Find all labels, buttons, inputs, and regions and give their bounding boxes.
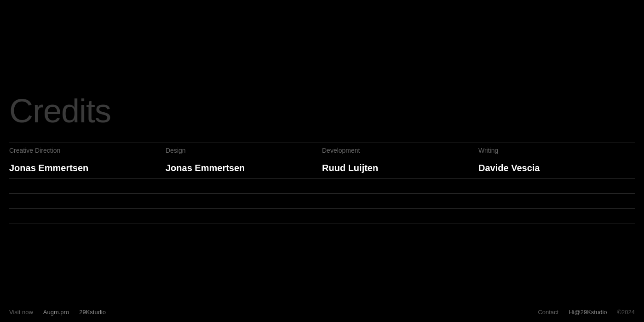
name-creative-direction: Jonas Emmertsen	[9, 158, 166, 178]
contact-link[interactable]: Hi@29Kstudio	[569, 309, 607, 316]
main-content: Credits Creative Direction Design Develo…	[0, 92, 644, 224]
credits-table: Creative Direction Design Development Wr…	[9, 143, 635, 224]
footer: Visit now Augm.pro 29Kstudio Contact Hi@…	[0, 309, 644, 322]
credits-name-row: Jonas Emmertsen Jonas Emmertsen Ruud Lui…	[9, 158, 635, 178]
page-wrapper: Credits Creative Direction Design Develo…	[0, 0, 644, 322]
header-design: Design	[166, 143, 322, 158]
empty-row-1	[9, 178, 635, 194]
contact-label: Contact	[538, 309, 558, 316]
header-writing: Writing	[478, 143, 635, 158]
name-writing: Davide Vescia	[478, 158, 635, 178]
name-development: Ruud Luijten	[322, 158, 478, 178]
empty-row-3	[9, 209, 635, 224]
footer-link-augm[interactable]: Augm.pro	[43, 309, 69, 316]
empty-row-2	[9, 194, 635, 209]
name-design: Jonas Emmertsen	[166, 158, 322, 178]
page-title: Credits	[9, 92, 635, 130]
credits-header-row: Creative Direction Design Development Wr…	[9, 143, 635, 158]
footer-left: Visit now Augm.pro 29Kstudio	[9, 309, 106, 316]
header-development: Development	[322, 143, 478, 158]
footer-link-29k[interactable]: 29Kstudio	[79, 309, 106, 316]
footer-right: Contact Hi@29Kstudio ©2024	[538, 309, 635, 316]
copyright: ©2024	[617, 309, 635, 316]
visit-label: Visit now	[9, 309, 33, 316]
header-creative-direction: Creative Direction	[9, 143, 166, 158]
